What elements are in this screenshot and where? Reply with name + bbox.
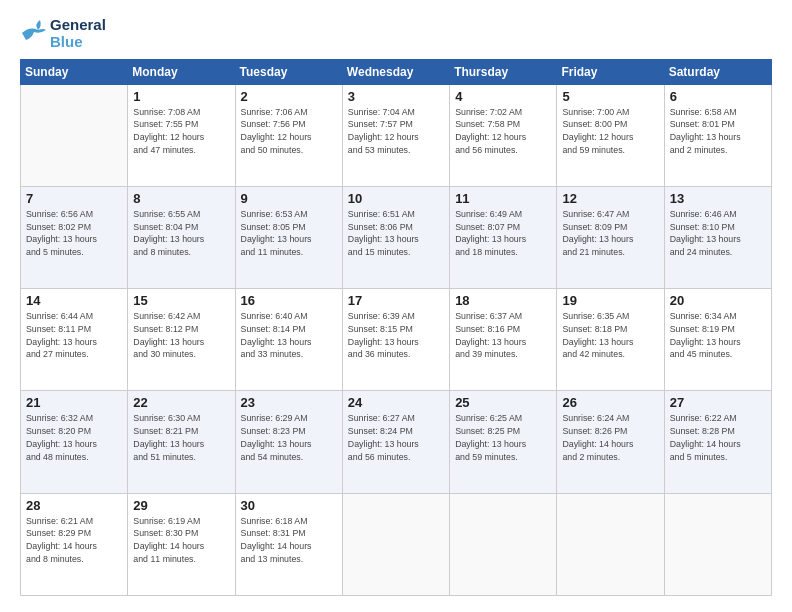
cell-day-info: Sunrise: 6:51 AM Sunset: 8:06 PM Dayligh… [348, 208, 444, 259]
cell-day-info: Sunrise: 6:19 AM Sunset: 8:30 PM Dayligh… [133, 515, 229, 566]
calendar-cell [450, 493, 557, 595]
cell-day-info: Sunrise: 6:40 AM Sunset: 8:14 PM Dayligh… [241, 310, 337, 361]
cell-day-number: 5 [562, 89, 658, 104]
calendar-cell: 14Sunrise: 6:44 AM Sunset: 8:11 PM Dayli… [21, 289, 128, 391]
cell-day-info: Sunrise: 6:27 AM Sunset: 8:24 PM Dayligh… [348, 412, 444, 463]
week-row-3: 14Sunrise: 6:44 AM Sunset: 8:11 PM Dayli… [21, 289, 772, 391]
calendar-cell: 25Sunrise: 6:25 AM Sunset: 8:25 PM Dayli… [450, 391, 557, 493]
calendar-cell: 21Sunrise: 6:32 AM Sunset: 8:20 PM Dayli… [21, 391, 128, 493]
calendar-cell: 18Sunrise: 6:37 AM Sunset: 8:16 PM Dayli… [450, 289, 557, 391]
cell-day-number: 19 [562, 293, 658, 308]
calendar-cell: 8Sunrise: 6:55 AM Sunset: 8:04 PM Daylig… [128, 186, 235, 288]
cell-day-number: 7 [26, 191, 122, 206]
cell-day-number: 26 [562, 395, 658, 410]
cell-day-info: Sunrise: 6:49 AM Sunset: 8:07 PM Dayligh… [455, 208, 551, 259]
header-tuesday: Tuesday [235, 59, 342, 84]
calendar-cell: 3Sunrise: 7:04 AM Sunset: 7:57 PM Daylig… [342, 84, 449, 186]
cell-day-info: Sunrise: 7:02 AM Sunset: 7:58 PM Dayligh… [455, 106, 551, 157]
calendar-cell: 19Sunrise: 6:35 AM Sunset: 8:18 PM Dayli… [557, 289, 664, 391]
cell-day-info: Sunrise: 6:44 AM Sunset: 8:11 PM Dayligh… [26, 310, 122, 361]
cell-day-info: Sunrise: 6:35 AM Sunset: 8:18 PM Dayligh… [562, 310, 658, 361]
calendar-cell: 9Sunrise: 6:53 AM Sunset: 8:05 PM Daylig… [235, 186, 342, 288]
calendar-cell: 13Sunrise: 6:46 AM Sunset: 8:10 PM Dayli… [664, 186, 771, 288]
cell-day-info: Sunrise: 6:24 AM Sunset: 8:26 PM Dayligh… [562, 412, 658, 463]
cell-day-number: 6 [670, 89, 766, 104]
logo-line2: Blue [50, 33, 106, 50]
calendar-cell: 17Sunrise: 6:39 AM Sunset: 8:15 PM Dayli… [342, 289, 449, 391]
calendar-cell [21, 84, 128, 186]
cell-day-info: Sunrise: 7:04 AM Sunset: 7:57 PM Dayligh… [348, 106, 444, 157]
cell-day-number: 11 [455, 191, 551, 206]
cell-day-number: 3 [348, 89, 444, 104]
cell-day-number: 28 [26, 498, 122, 513]
cell-day-info: Sunrise: 6:55 AM Sunset: 8:04 PM Dayligh… [133, 208, 229, 259]
cell-day-number: 21 [26, 395, 122, 410]
cell-day-number: 16 [241, 293, 337, 308]
cell-day-number: 25 [455, 395, 551, 410]
cell-day-number: 18 [455, 293, 551, 308]
week-row-4: 21Sunrise: 6:32 AM Sunset: 8:20 PM Dayli… [21, 391, 772, 493]
calendar-cell: 22Sunrise: 6:30 AM Sunset: 8:21 PM Dayli… [128, 391, 235, 493]
week-row-1: 1Sunrise: 7:08 AM Sunset: 7:55 PM Daylig… [21, 84, 772, 186]
calendar-cell: 29Sunrise: 6:19 AM Sunset: 8:30 PM Dayli… [128, 493, 235, 595]
cell-day-number: 22 [133, 395, 229, 410]
cell-day-info: Sunrise: 6:29 AM Sunset: 8:23 PM Dayligh… [241, 412, 337, 463]
cell-day-info: Sunrise: 6:47 AM Sunset: 8:09 PM Dayligh… [562, 208, 658, 259]
cell-day-number: 4 [455, 89, 551, 104]
cell-day-info: Sunrise: 6:18 AM Sunset: 8:31 PM Dayligh… [241, 515, 337, 566]
calendar-cell: 16Sunrise: 6:40 AM Sunset: 8:14 PM Dayli… [235, 289, 342, 391]
cell-day-info: Sunrise: 6:22 AM Sunset: 8:28 PM Dayligh… [670, 412, 766, 463]
week-row-5: 28Sunrise: 6:21 AM Sunset: 8:29 PM Dayli… [21, 493, 772, 595]
cell-day-info: Sunrise: 6:32 AM Sunset: 8:20 PM Dayligh… [26, 412, 122, 463]
calendar-cell: 12Sunrise: 6:47 AM Sunset: 8:09 PM Dayli… [557, 186, 664, 288]
cell-day-number: 23 [241, 395, 337, 410]
cell-day-info: Sunrise: 6:25 AM Sunset: 8:25 PM Dayligh… [455, 412, 551, 463]
calendar-cell: 1Sunrise: 7:08 AM Sunset: 7:55 PM Daylig… [128, 84, 235, 186]
cell-day-number: 13 [670, 191, 766, 206]
cell-day-number: 14 [26, 293, 122, 308]
page: General Blue SundayMondayTuesdayWednesda… [0, 0, 792, 612]
cell-day-info: Sunrise: 6:30 AM Sunset: 8:21 PM Dayligh… [133, 412, 229, 463]
cell-day-number: 20 [670, 293, 766, 308]
cell-day-number: 27 [670, 395, 766, 410]
calendar-cell: 10Sunrise: 6:51 AM Sunset: 8:06 PM Dayli… [342, 186, 449, 288]
cell-day-info: Sunrise: 7:00 AM Sunset: 8:00 PM Dayligh… [562, 106, 658, 157]
cell-day-number: 29 [133, 498, 229, 513]
cell-day-info: Sunrise: 6:46 AM Sunset: 8:10 PM Dayligh… [670, 208, 766, 259]
logo: General Blue [20, 16, 106, 51]
calendar-cell: 4Sunrise: 7:02 AM Sunset: 7:58 PM Daylig… [450, 84, 557, 186]
cell-day-number: 30 [241, 498, 337, 513]
calendar-cell: 2Sunrise: 7:06 AM Sunset: 7:56 PM Daylig… [235, 84, 342, 186]
week-row-2: 7Sunrise: 6:56 AM Sunset: 8:02 PM Daylig… [21, 186, 772, 288]
header-friday: Friday [557, 59, 664, 84]
header: General Blue [20, 16, 772, 51]
cell-day-number: 12 [562, 191, 658, 206]
cell-day-number: 10 [348, 191, 444, 206]
cell-day-number: 24 [348, 395, 444, 410]
cell-day-number: 1 [133, 89, 229, 104]
cell-day-info: Sunrise: 7:08 AM Sunset: 7:55 PM Dayligh… [133, 106, 229, 157]
cell-day-info: Sunrise: 6:58 AM Sunset: 8:01 PM Dayligh… [670, 106, 766, 157]
calendar-cell: 26Sunrise: 6:24 AM Sunset: 8:26 PM Dayli… [557, 391, 664, 493]
cell-day-number: 9 [241, 191, 337, 206]
calendar-cell [557, 493, 664, 595]
header-thursday: Thursday [450, 59, 557, 84]
calendar-cell [342, 493, 449, 595]
calendar-cell: 20Sunrise: 6:34 AM Sunset: 8:19 PM Dayli… [664, 289, 771, 391]
calendar-cell: 6Sunrise: 6:58 AM Sunset: 8:01 PM Daylig… [664, 84, 771, 186]
header-saturday: Saturday [664, 59, 771, 84]
calendar-cell: 7Sunrise: 6:56 AM Sunset: 8:02 PM Daylig… [21, 186, 128, 288]
cell-day-number: 17 [348, 293, 444, 308]
header-monday: Monday [128, 59, 235, 84]
header-sunday: Sunday [21, 59, 128, 84]
calendar-cell: 11Sunrise: 6:49 AM Sunset: 8:07 PM Dayli… [450, 186, 557, 288]
cell-day-info: Sunrise: 6:42 AM Sunset: 8:12 PM Dayligh… [133, 310, 229, 361]
calendar-cell [664, 493, 771, 595]
logo-bird-icon [20, 20, 46, 46]
calendar-cell: 15Sunrise: 6:42 AM Sunset: 8:12 PM Dayli… [128, 289, 235, 391]
calendar-table: SundayMondayTuesdayWednesdayThursdayFrid… [20, 59, 772, 597]
cell-day-info: Sunrise: 6:39 AM Sunset: 8:15 PM Dayligh… [348, 310, 444, 361]
calendar-cell: 30Sunrise: 6:18 AM Sunset: 8:31 PM Dayli… [235, 493, 342, 595]
cell-day-info: Sunrise: 6:21 AM Sunset: 8:29 PM Dayligh… [26, 515, 122, 566]
cell-day-number: 8 [133, 191, 229, 206]
